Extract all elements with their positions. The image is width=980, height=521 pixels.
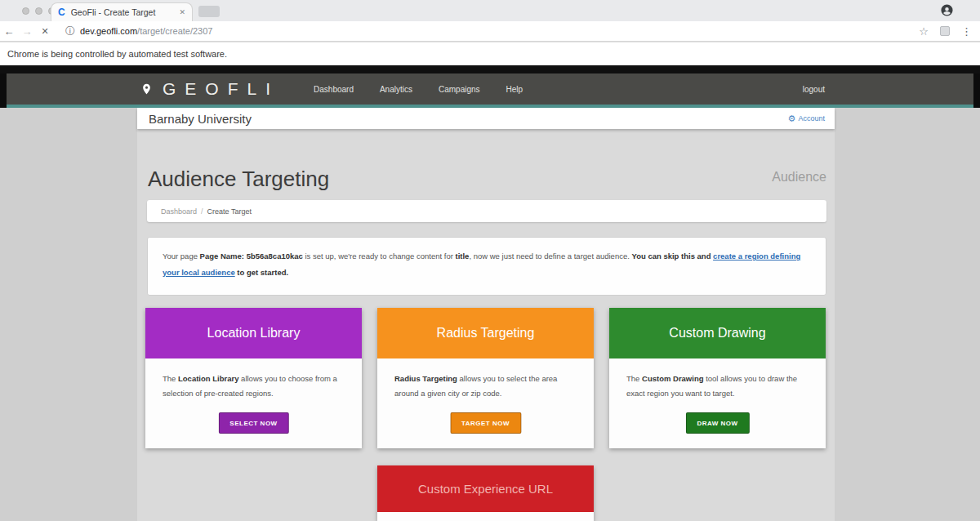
extension-icon[interactable]	[940, 26, 950, 36]
window-minimize-button[interactable]	[35, 7, 42, 15]
bookmark-star-icon[interactable]: ☆	[919, 25, 929, 38]
card-custom-drawing: Custom Drawing The Custom Drawing tool a…	[609, 308, 826, 448]
card-location-library: Location Library The Location Library al…	[145, 308, 362, 448]
target-now-button[interactable]: TARGET NOW	[450, 412, 521, 434]
left-edge	[0, 73, 7, 108]
browser-menu-icon[interactable]: ⋮	[961, 25, 972, 38]
stop-icon[interactable]: ✕	[36, 26, 54, 37]
page-top-divider	[0, 65, 980, 73]
card-body	[377, 512, 594, 521]
profile-avatar-icon[interactable]	[940, 3, 954, 17]
university-bar: Barnaby University ⚙ Account	[137, 108, 835, 129]
browser-toolbar: ← → ✕ ⓘ dev.geofli.com/target/create/230…	[0, 21, 980, 42]
right-edge	[973, 73, 980, 108]
new-tab-button[interactable]	[198, 6, 220, 17]
card-body: The Location Library allows you to choos…	[145, 358, 362, 448]
geofli-logo[interactable]: GEOFLI	[140, 79, 279, 99]
card-header: Location Library	[145, 308, 362, 358]
browser-tab-strip: C GeoFli - Create Target ✕	[0, 0, 980, 21]
gear-icon: ⚙	[788, 114, 796, 124]
draw-now-button[interactable]: DRAW NOW	[685, 412, 749, 434]
section-watermark: Audience	[137, 170, 826, 185]
url-host: dev.geofli.com	[80, 26, 137, 36]
logout-link[interactable]: logout	[803, 85, 825, 94]
university-name: Barnaby University	[137, 112, 788, 126]
screen: C GeoFli - Create Target ✕ ← → ✕ ⓘ dev.g…	[0, 0, 980, 521]
url-path: /target/create/2307	[137, 26, 212, 36]
tab-close-icon[interactable]: ✕	[179, 8, 185, 16]
person-icon	[940, 3, 954, 17]
card-description: The Location Library allows you to choos…	[163, 372, 345, 401]
window-close-button[interactable]	[22, 7, 29, 15]
card-header: Custom Experience URL	[377, 465, 594, 512]
breadcrumb-create-target: Create Target	[207, 207, 252, 216]
breadcrumb-dashboard[interactable]: Dashboard	[161, 207, 197, 216]
card-description: The Custom Drawing tool allows you to dr…	[626, 372, 808, 401]
breadcrumb: Dashboard / Create Target	[147, 200, 826, 222]
card-description: Radius Targeting allows you to select th…	[394, 372, 577, 401]
geofli-favicon-icon: C	[58, 7, 65, 18]
card-custom-experience-url: Custom Experience URL	[377, 465, 594, 521]
tab-title: GeoFli - Create Target	[71, 7, 175, 17]
account-link[interactable]: ⚙ Account	[788, 114, 835, 124]
page-info-icon[interactable]: ⓘ	[65, 24, 75, 38]
card-body: Radius Targeting allows you to select th…	[377, 358, 594, 448]
card-header: Radius Targeting	[377, 308, 594, 358]
select-now-button[interactable]: SELECT NOW	[218, 412, 288, 434]
forward-icon[interactable]: →	[18, 25, 36, 38]
brand-name: GEOFLI	[163, 79, 279, 99]
site-navbar: GEOFLI Dashboard Analytics Campaigns Hel…	[0, 73, 980, 105]
card-body: The Custom Drawing tool allows you to dr…	[609, 358, 826, 448]
automation-banner: Chrome is being controlled by automated …	[0, 42, 980, 65]
browser-tab[interactable]: C GeoFli - Create Target ✕	[51, 2, 193, 21]
card-header: Custom Drawing	[609, 308, 826, 358]
account-label: Account	[798, 114, 825, 122]
automation-banner-text: Chrome is being controlled by automated …	[0, 49, 227, 59]
breadcrumb-separator: /	[201, 207, 203, 216]
nav-item-campaigns[interactable]: Campaigns	[425, 85, 493, 94]
nav-item-dashboard[interactable]: Dashboard	[301, 85, 367, 94]
back-icon[interactable]: ←	[0, 25, 18, 38]
nav-item-analytics[interactable]: Analytics	[367, 85, 425, 94]
intro-message: Your page Page Name: 5b56a8ca10kac is se…	[147, 237, 826, 296]
address-bar[interactable]: dev.geofli.com/target/create/2307	[80, 26, 212, 36]
nav-menu: Dashboard Analytics Campaigns Help	[301, 85, 536, 94]
nav-item-help[interactable]: Help	[493, 85, 537, 94]
map-pin-icon	[140, 81, 153, 97]
card-radius-targeting: Radius Targeting Radius Targeting allows…	[377, 308, 594, 448]
